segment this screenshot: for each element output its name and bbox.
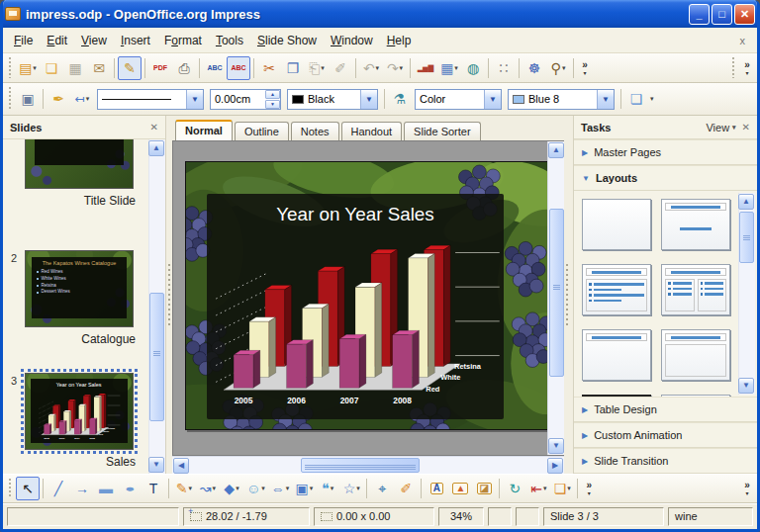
scroll-up-icon[interactable]: ▲	[738, 194, 754, 210]
dropdown-arrow-icon[interactable]: ▾	[562, 64, 566, 72]
dropdown-arrow-icon[interactable]: ▾	[310, 485, 314, 492]
vertical-scrollbar[interactable]: ▲ ▼	[547, 141, 564, 455]
layout-option-title-text[interactable]	[661, 199, 730, 250]
tab-handout[interactable]: Handout	[341, 122, 403, 140]
scroll-up-icon[interactable]: ▲	[548, 142, 564, 158]
line-width-input[interactable]: 0.00cm ▲▼	[210, 89, 281, 110]
scroll-down-icon[interactable]: ▼	[738, 378, 754, 394]
insert-table-button[interactable]: ▦▾	[437, 56, 461, 80]
spin-up-icon[interactable]: ▲	[265, 90, 280, 99]
section-custom-animation[interactable]: ▶ Custom Animation	[574, 422, 757, 448]
dropdown-arrow-icon[interactable]: ▾	[189, 485, 193, 492]
layout-option-title-two-content[interactable]	[661, 264, 730, 315]
minimize-button[interactable]: _	[689, 4, 710, 25]
menu-edit[interactable]: Edit	[40, 31, 74, 50]
section-slide-transition[interactable]: ▶ Slide Transition	[574, 448, 757, 474]
close-icon[interactable]: ✕	[150, 122, 158, 133]
view-menu-button[interactable]: View	[706, 122, 729, 133]
edit-points-button[interactable]: ⌖	[370, 477, 394, 500]
glue-points-button[interactable]: ✐	[394, 477, 418, 500]
layout-option-title-content[interactable]	[661, 395, 730, 397]
menu-insert[interactable]: Insert	[114, 31, 157, 50]
arrow-style-button[interactable]: ↤▾	[70, 87, 94, 111]
toolbar-grip[interactable]	[731, 57, 736, 78]
auto-spellcheck-button[interactable]: ABC	[227, 56, 250, 80]
line-style-select[interactable]: ▼	[97, 89, 204, 110]
alignment-button[interactable]: ⇤▾	[526, 477, 550, 500]
symbol-shapes-button[interactable]: ☺▾	[243, 477, 268, 500]
menu-tools[interactable]: Tools	[209, 31, 250, 50]
line-dialog-button[interactable]: ✒	[47, 87, 70, 111]
horizontal-scrollbar[interactable]: ◀ ▶	[172, 456, 564, 474]
insert-chart-button[interactable]: ▂▅▇	[414, 56, 437, 80]
section-master-pages[interactable]: ▶ Master Pages	[574, 139, 757, 165]
slide-thumbnail-2[interactable]: 2 The Kapatos Wines Catalogue Red WinesW…	[25, 250, 138, 346]
fontwork-gallery-button[interactable]: A	[425, 477, 448, 500]
template-name-cell[interactable]: wine	[668, 507, 753, 526]
fill-color-select[interactable]: Blue 8 ▼	[508, 89, 615, 110]
spinner-buttons[interactable]: ▲▼	[265, 90, 280, 109]
area-dialog-button[interactable]: ⚗	[388, 87, 412, 111]
select-tool-button[interactable]: ↖	[16, 477, 40, 500]
zoom-button[interactable]: ⚲▾	[546, 56, 570, 80]
dropdown-arrow-icon[interactable]: ▾	[400, 64, 404, 72]
scroll-left-icon[interactable]: ◀	[173, 458, 189, 474]
close-document-button[interactable]: x	[732, 35, 754, 46]
dropdown-arrow-icon[interactable]: ▾	[261, 485, 265, 492]
dropdown-arrow-icon[interactable]: ▼	[186, 90, 203, 109]
dropdown-arrow-icon[interactable]: ▾	[454, 64, 458, 72]
tab-notes[interactable]: Notes	[291, 122, 339, 140]
scroll-down-icon[interactable]: ▼	[548, 438, 564, 454]
navigator-button[interactable]: ☸	[522, 56, 546, 80]
dropdown-arrow-icon[interactable]: ▾	[321, 64, 325, 72]
edit-file-button[interactable]: ✎	[118, 56, 142, 80]
spin-down-icon[interactable]: ▼	[265, 100, 280, 109]
arrange-button[interactable]: ❏▾	[550, 477, 574, 500]
slide-canvas[interactable]: Year on Year Sales2005200620072008RedWhi…	[185, 161, 553, 430]
ellipse-tool-button[interactable]: ●	[118, 477, 142, 500]
block-arrows-button[interactable]: ⇔▾	[268, 477, 293, 500]
arrow-tool-button[interactable]: →	[70, 477, 94, 500]
close-button[interactable]: ✕	[734, 4, 755, 25]
flowchart-button[interactable]: ▣▾	[292, 477, 316, 500]
dropdown-arrow-icon[interactable]: ▾	[567, 485, 571, 492]
toolbar-more-button[interactable]: »▾	[581, 477, 597, 500]
toolbar-more-button[interactable]: »▾	[577, 56, 593, 80]
object-size-cell[interactable]: 0.00 x 0.00	[314, 507, 434, 526]
toolbar-more-button[interactable]: »▾	[739, 56, 755, 80]
cursor-position-cell[interactable]: 28.02 / -1.79	[183, 507, 310, 526]
slide-thumbnail-3-selected[interactable]: 3 Year on Year Sales2005200620072008RedW…	[25, 373, 138, 469]
curve-tool-button[interactable]: ✎▾	[172, 477, 196, 500]
horizontal-scrollbar-thumb[interactable]	[301, 458, 420, 473]
chart-object[interactable]: Year on Year Sales2005200620072008RedWhi…	[207, 194, 504, 419]
zoom-level-cell[interactable]: 34%	[438, 507, 484, 526]
scroll-up-icon[interactable]: ▲	[148, 140, 164, 156]
toolbar-grip[interactable]	[8, 479, 13, 498]
chevron-down-icon[interactable]: ▾	[650, 95, 654, 103]
scroll-down-icon[interactable]: ▼	[148, 457, 164, 473]
menu-format[interactable]: Format	[157, 31, 209, 50]
dropdown-arrow-icon[interactable]: ▼	[360, 90, 377, 109]
shadow-button[interactable]: ❏	[624, 87, 648, 111]
basic-shapes-button[interactable]: ◆▾	[220, 477, 243, 500]
tab-slide-sorter[interactable]: Slide Sorter	[404, 122, 480, 140]
dropdown-arrow-icon[interactable]: ▼	[484, 90, 501, 109]
fill-type-select[interactable]: Color ▼	[415, 89, 502, 110]
print-button[interactable]: ⎙	[172, 56, 196, 80]
menu-file[interactable]: File	[7, 31, 40, 50]
menu-slide-show[interactable]: Slide Show	[250, 31, 324, 50]
layout-option-title-bullets[interactable]	[582, 264, 651, 315]
menu-help[interactable]: Help	[380, 31, 419, 50]
gallery-button[interactable]: ◪	[472, 477, 496, 500]
spellcheck-button[interactable]: ABC	[203, 56, 227, 80]
vertical-scrollbar-thumb[interactable]	[549, 209, 564, 377]
rectangle-tool-button[interactable]: ▬	[94, 477, 118, 500]
menu-window[interactable]: Window	[324, 31, 380, 50]
dropdown-arrow-icon[interactable]: ▾	[236, 485, 239, 492]
slides-scrollbar-thumb[interactable]	[149, 293, 164, 421]
dropdown-arrow-icon[interactable]: ▾	[356, 485, 360, 492]
dropdown-arrow-icon[interactable]: ▾	[543, 485, 547, 492]
maximize-button[interactable]: □	[712, 4, 732, 25]
stars-button[interactable]: ☆▾	[339, 477, 363, 500]
close-icon[interactable]: ✕	[742, 122, 750, 133]
